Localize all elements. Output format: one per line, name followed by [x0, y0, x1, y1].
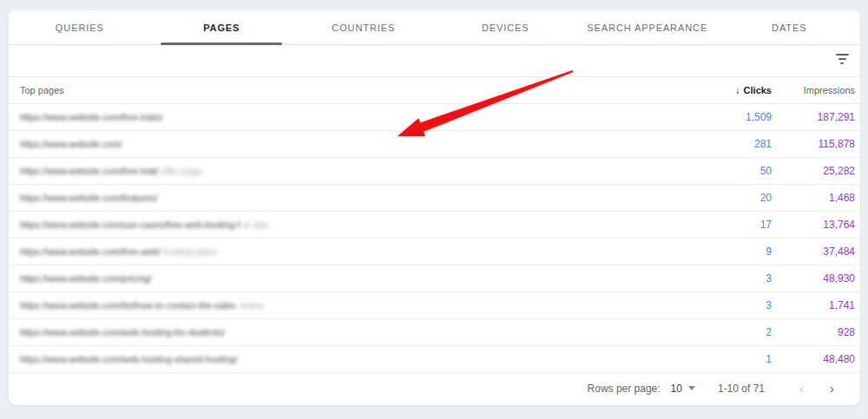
clicks-value: 9	[685, 246, 772, 258]
impressions-value: 13,764	[772, 219, 855, 231]
table-row[interactable]: https://www.website.com/ 281 115,878	[9, 131, 860, 158]
impressions-value: 928	[772, 326, 855, 338]
impressions-value: 48,930	[772, 272, 855, 285]
clicks-value: 20	[685, 192, 772, 204]
page-url-cell: https://www.website.com/free-web/hosting…	[9, 246, 685, 258]
table-header-row: Top pages ↓Clicks Impressions	[9, 76, 860, 104]
report-card: QUERIES PAGES COUNTRIES DEVICES SEARCH A…	[9, 10, 860, 405]
tab-search-appearance-label: SEARCH APPEARANCE	[587, 23, 707, 33]
table-row[interactable]: https://www.website.com/free-trial/offer…	[9, 158, 860, 185]
page-url-cell: https://www.website.com/free-trials/	[9, 111, 685, 123]
tab-queries[interactable]: QUERIES	[9, 10, 151, 44]
tab-devices-label: DEVICES	[482, 23, 529, 33]
page-url-redacted: https://www.website.com/use-cases/free-w…	[20, 219, 240, 230]
page-url-cell: https://www.website.com/pricing/	[9, 272, 685, 285]
rows-per-page-value: 10	[671, 383, 682, 395]
page-url-redacted: https://www.website.com/web-hosting-shar…	[20, 354, 237, 364]
page-url-redacted: https://www.website.com/free-trial/	[20, 166, 158, 176]
page-url-redacted-extra: offer-page	[161, 166, 202, 176]
table-row[interactable]: https://www.website.com/use-cases/free-w…	[9, 212, 860, 239]
page-url-redacted: https://www.website.com/web-hosting-for-…	[20, 327, 225, 337]
impressions-value: 48,480	[772, 353, 855, 365]
page-url-cell: https://www.website.com/web-hosting-for-…	[9, 326, 685, 338]
table-row[interactable]: https://www.website.com/features/ 20 1,4…	[9, 185, 860, 212]
clicks-value: 2	[685, 326, 772, 338]
table-row[interactable]: https://www.website.com/list/how-to-cont…	[9, 292, 860, 319]
pagination-range-label: 1-10 of 71	[718, 383, 765, 395]
tab-countries[interactable]: COUNTRIES	[293, 10, 435, 44]
impressions-value: 187,291	[772, 111, 855, 123]
page-url-redacted: https://www.website.com/free-web/	[20, 246, 161, 257]
next-page-icon[interactable]: ›	[823, 378, 841, 398]
tab-devices[interactable]: DEVICES	[435, 10, 577, 44]
table-row[interactable]: https://www.website.com/free-web/hosting…	[9, 239, 860, 265]
column-header-top-pages[interactable]: Top pages	[9, 85, 685, 95]
table-row[interactable]: https://www.website.com/web-hosting-shar…	[9, 346, 860, 373]
tab-pages-label: PAGES	[203, 23, 240, 33]
tab-dates[interactable]: DATES	[719, 10, 861, 44]
page-url-cell: https://www.website.com/use-cases/free-w…	[9, 219, 685, 231]
page-url-redacted-extra: hosting-plans	[163, 246, 217, 257]
clicks-value: 17	[685, 219, 772, 231]
table-toolbar	[9, 45, 860, 76]
previous-page-icon[interactable]: ‹	[792, 378, 811, 398]
sort-descending-icon: ↓	[735, 84, 740, 96]
table-row[interactable]: https://www.website.com/web-hosting-for-…	[9, 319, 860, 346]
page-url-cell: https://www.website.com/web-hosting-shar…	[9, 353, 685, 365]
clicks-value: 3	[685, 272, 772, 285]
impressions-value: 1,741	[772, 299, 855, 311]
impressions-value: 25,282	[772, 165, 855, 177]
clicks-header-label: Clicks	[744, 85, 772, 95]
clicks-value: 1	[685, 353, 772, 365]
page-url-redacted: https://www.website.com/pricing/	[20, 273, 152, 284]
table-row[interactable]: https://www.website.com/pricing/ 3 48,93…	[9, 265, 860, 292]
page-url-redacted: https://www.website.com/features/	[20, 193, 158, 203]
tab-dates-label: DATES	[772, 23, 806, 33]
column-header-clicks[interactable]: ↓Clicks	[685, 84, 772, 96]
page-url-redacted: https://www.website.com/	[20, 139, 122, 149]
page-url-cell: https://www.website.com/list/how-to-cont…	[9, 299, 685, 311]
page-url-redacted: https://www.website.com/list/how-to-cont…	[20, 300, 236, 311]
clicks-value: 3	[685, 299, 772, 311]
page-url-redacted-extra: or-dev	[242, 219, 268, 230]
tab-countries-label: COUNTRIES	[332, 23, 395, 33]
filter-icon[interactable]	[835, 54, 849, 66]
tab-pages[interactable]: PAGES	[151, 10, 293, 44]
page-url-redacted: https://www.website.com/free-trials/	[20, 112, 163, 122]
impressions-value: 37,484	[772, 246, 855, 258]
rows-per-page-select[interactable]: 10	[671, 383, 695, 395]
page-url-redacted-extra: -team/	[239, 300, 265, 311]
tab-search-appearance[interactable]: SEARCH APPEARANCE	[576, 10, 719, 44]
tab-queries-label: QUERIES	[56, 23, 104, 33]
impressions-value: 1,468	[772, 192, 855, 204]
clicks-value: 50	[685, 165, 772, 177]
pagination-bar: Rows per page: 10 1-10 of 71 ‹ ›	[9, 373, 860, 403]
page-url-cell: https://www.website.com/free-trial/offer…	[9, 165, 685, 177]
clicks-value: 1,509	[685, 111, 772, 123]
dimension-tabs: QUERIES PAGES COUNTRIES DEVICES SEARCH A…	[9, 10, 860, 45]
page-url-cell: https://www.website.com/features/	[9, 192, 685, 204]
dropdown-caret-icon	[688, 386, 695, 390]
impressions-value: 115,878	[772, 138, 855, 150]
table-body: https://www.website.com/free-trials/ 1,5…	[9, 104, 860, 373]
clicks-value: 281	[685, 138, 772, 150]
column-header-impressions[interactable]: Impressions	[772, 85, 855, 95]
rows-per-page-label: Rows per page:	[588, 383, 661, 395]
table-row[interactable]: https://www.website.com/free-trials/ 1,5…	[9, 104, 860, 131]
page-url-cell: https://www.website.com/	[9, 138, 685, 150]
